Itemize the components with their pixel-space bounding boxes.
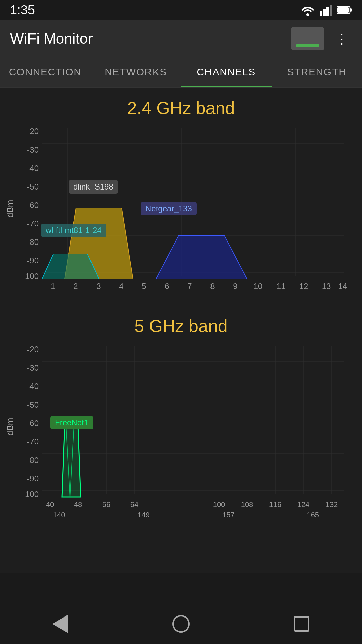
svg-text:13: 13 [322, 282, 331, 291]
svg-rect-6 [350, 8, 352, 12]
app-bar: WiFi Monitor ⋮ [0, 20, 362, 57]
band-24ghz-section: 2.4 GHz band dBm [0, 88, 362, 299]
svg-rect-4 [330, 5, 332, 16]
svg-text:-50: -50 [27, 400, 39, 409]
signal-status-icon [320, 4, 332, 16]
dlink-label: dlink_S198 [69, 180, 118, 194]
svg-text:5: 5 [142, 282, 146, 291]
svg-text:9: 9 [233, 282, 237, 291]
main-content: 2.4 GHz band dBm [0, 88, 362, 573]
svg-text:-50: -50 [27, 182, 39, 191]
svg-text:56: 56 [102, 500, 110, 509]
svg-text:7: 7 [187, 282, 192, 291]
svg-text:-40: -40 [27, 164, 39, 173]
netgear-label: Netgear_133 [141, 202, 197, 215]
svg-rect-3 [326, 7, 329, 16]
tab-bar: CONNECTION NETWORKS CHANNELS STRENGTH [0, 57, 362, 88]
band-24ghz-title: 2.4 GHz band [0, 98, 362, 118]
status-icons [300, 4, 352, 16]
svg-text:116: 116 [269, 500, 282, 509]
svg-text:108: 108 [241, 500, 253, 509]
back-icon [52, 614, 68, 633]
recents-icon [294, 616, 309, 632]
svg-text:-100: -100 [22, 490, 39, 499]
svg-text:11: 11 [277, 282, 286, 291]
svg-rect-7 [337, 7, 349, 13]
nav-home-button[interactable] [168, 610, 194, 637]
svg-text:-70: -70 [27, 219, 39, 228]
nav-bar [0, 604, 362, 644]
svg-text:132: 132 [325, 500, 338, 509]
svg-rect-2 [323, 9, 326, 16]
svg-text:12: 12 [299, 282, 308, 291]
x-label-165: 165 [307, 511, 319, 519]
svg-text:-80: -80 [27, 455, 39, 465]
thumbnail-bar-icon [296, 44, 319, 47]
tab-connection[interactable]: CONNECTION [0, 57, 90, 87]
svg-text:-60: -60 [27, 419, 39, 428]
svg-text:-80: -80 [27, 237, 39, 247]
tab-networks[interactable]: NETWORKS [90, 57, 181, 87]
svg-text:6: 6 [165, 282, 169, 291]
status-bar: 1:35 [0, 0, 362, 20]
nav-back-button[interactable] [47, 610, 74, 637]
wl-label: wl-ftl-mt81-1-24 [41, 224, 106, 237]
svg-text:48: 48 [74, 500, 82, 509]
wifi-status-icon [300, 4, 315, 16]
svg-point-0 [306, 13, 309, 16]
svg-text:-30: -30 [27, 363, 39, 372]
home-icon [172, 615, 190, 633]
band-5ghz-section: 5 GHz band dBm -20 -30 - [0, 306, 362, 529]
x-label-140: 140 [53, 511, 65, 519]
svg-text:-20: -20 [27, 127, 39, 136]
more-options-button[interactable]: ⋮ [331, 27, 352, 50]
svg-text:40: 40 [46, 500, 54, 509]
svg-text:-70: -70 [27, 437, 39, 446]
band-24ghz-chart-area: -20 -30 -40 -50 -60 -70 -80 -90 -100 [17, 125, 355, 292]
battery-status-icon [337, 5, 352, 15]
svg-text:64: 64 [130, 500, 138, 509]
svg-text:14: 14 [338, 282, 347, 291]
svg-text:2: 2 [73, 282, 78, 291]
svg-text:10: 10 [254, 282, 263, 291]
tab-strength[interactable]: STRENGTH [272, 57, 362, 87]
freenet-bar-fill [62, 426, 81, 497]
freenet-label: FreeNet1 [50, 416, 93, 429]
x-label-149: 149 [137, 511, 150, 519]
band-24ghz-chart: dBm -20 [0, 125, 362, 292]
svg-text:100: 100 [213, 500, 225, 509]
band-5ghz-chart-area: -20 -30 -40 -50 -60 -70 -80 -90 -100 [17, 343, 355, 511]
svg-text:3: 3 [96, 282, 101, 291]
tab-channels[interactable]: CHANNELS [181, 57, 272, 87]
app-title: WiFi Monitor [10, 30, 93, 47]
x-axis-extra: 140 149 157 165 [0, 511, 362, 523]
svg-text:-30: -30 [27, 145, 39, 154]
band-24ghz-y-axis: dBm [3, 125, 17, 292]
svg-text:-60: -60 [27, 201, 39, 210]
svg-rect-1 [320, 11, 322, 16]
svg-text:-100: -100 [22, 272, 39, 281]
app-bar-actions: ⋮ [291, 27, 352, 50]
band-5ghz-title: 5 GHz band [0, 316, 362, 336]
status-time: 1:35 [10, 3, 35, 17]
svg-text:4: 4 [119, 282, 123, 291]
svg-text:8: 8 [210, 282, 215, 291]
band-5ghz-chart: dBm -20 -30 -40 -50 [0, 343, 362, 511]
band-5ghz-y-axis: dBm [3, 343, 17, 511]
svg-text:124: 124 [297, 500, 310, 509]
svg-text:-90: -90 [27, 256, 39, 265]
svg-text:-40: -40 [27, 382, 39, 391]
svg-text:-20: -20 [27, 345, 39, 354]
svg-text:-90: -90 [27, 474, 39, 483]
nav-recents-button[interactable] [288, 610, 315, 637]
svg-text:1: 1 [51, 282, 55, 291]
x-label-157: 157 [222, 511, 235, 519]
thumbnail-button[interactable] [291, 27, 324, 50]
